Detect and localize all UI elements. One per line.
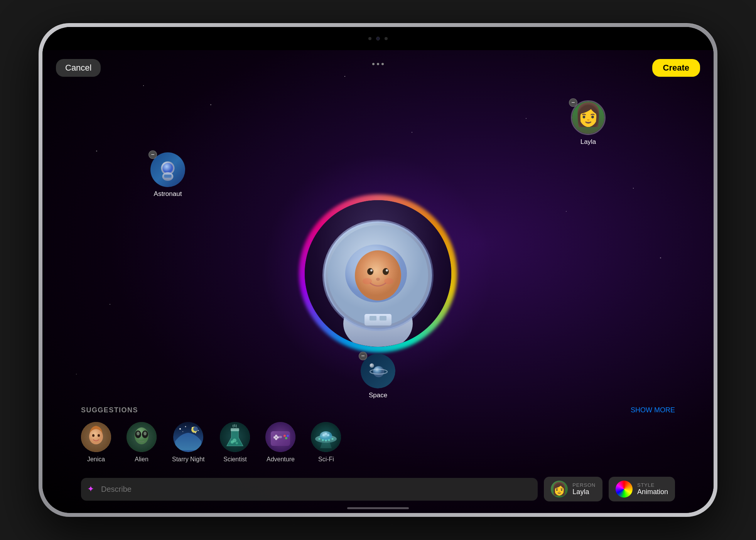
main-preview-circle — [305, 200, 451, 347]
space-icon-svg — [366, 359, 390, 383]
alien-icon — [127, 422, 157, 452]
camera-lens — [376, 37, 380, 40]
svg-point-53 — [284, 435, 286, 437]
svg-point-61 — [325, 433, 327, 435]
svg-point-9 — [376, 278, 380, 281]
camera-area — [368, 37, 388, 40]
astronaut-remove-button[interactable] — [148, 150, 157, 159]
tablet-device: Cancel Create Layla — [39, 23, 717, 517]
style-pill-icon — [616, 481, 633, 498]
svg-point-65 — [325, 440, 327, 442]
scientist-svg — [220, 422, 250, 452]
suggestion-alien[interactable]: Alien — [127, 422, 157, 463]
person-category-label: PERSON — [572, 482, 596, 488]
suggestions-list: Jenica — [81, 422, 675, 463]
svg-point-38 — [182, 431, 183, 432]
suggestions-bar: SUGGESTIONS SHOW MORE — [42, 406, 714, 463]
svg-rect-56 — [279, 436, 282, 438]
jenica-icon — [81, 422, 111, 452]
suggestions-title: SUGGESTIONS — [81, 406, 138, 414]
camera-dot — [368, 37, 371, 40]
svg-point-17 — [162, 163, 173, 173]
person-pill-text: PERSON Layla — [572, 482, 596, 496]
svg-point-22 — [370, 363, 374, 368]
svg-point-24 — [89, 429, 103, 444]
suggestion-scientist[interactable]: Scientist — [220, 422, 250, 463]
person-value-label: Layla — [572, 488, 596, 496]
svg-point-6 — [383, 268, 389, 275]
circle-inner — [305, 200, 451, 347]
svg-point-66 — [328, 439, 330, 441]
app-screen: Cancel Create Layla — [42, 48, 714, 513]
svg-point-60 — [322, 434, 325, 436]
jenica-svg — [81, 422, 111, 452]
svg-rect-19 — [164, 175, 171, 178]
layla-bubble[interactable]: Layla — [571, 100, 606, 146]
layla-label: Layla — [580, 138, 596, 146]
scientist-label: Scientist — [223, 456, 246, 463]
svg-point-52 — [277, 436, 279, 439]
svg-point-26 — [98, 434, 100, 437]
style-value-label: Animation — [637, 488, 668, 496]
svg-point-20 — [373, 366, 384, 377]
layla-remove-button[interactable] — [569, 98, 577, 107]
starry-night-icon — [173, 422, 203, 452]
ai-icon: ✦ — [87, 484, 94, 494]
svg-point-11 — [384, 278, 393, 284]
cancel-button[interactable]: Cancel — [56, 59, 101, 77]
svg-point-62 — [327, 434, 329, 436]
suggestion-sci-fi[interactable]: Sci-Fi — [311, 422, 341, 463]
adventure-icon — [265, 422, 295, 452]
sci-fi-svg — [311, 422, 341, 452]
svg-rect-15 — [380, 316, 386, 321]
describe-wrapper: ✦ — [81, 478, 538, 501]
jenica-label: Jenica — [87, 456, 105, 463]
svg-point-8 — [386, 269, 388, 272]
style-pill-text: STYLE Animation — [637, 482, 668, 496]
bottom-bar: ✦ PERSON Layla STYLE Animation — [42, 477, 714, 501]
astronaut-style-bubble[interactable]: Astronaut — [150, 152, 185, 198]
space-scene-label: Space — [369, 392, 387, 399]
describe-input[interactable] — [81, 478, 538, 501]
svg-point-59 — [320, 431, 332, 440]
dot-3 — [381, 63, 384, 65]
space-remove-button[interactable] — [359, 352, 367, 360]
suggestion-starry-night[interactable]: Starry Night — [172, 422, 204, 463]
svg-point-4 — [355, 250, 401, 300]
scientist-icon — [220, 422, 250, 452]
svg-point-25 — [92, 434, 94, 437]
svg-point-7 — [370, 269, 373, 272]
svg-point-63 — [319, 438, 321, 440]
more-options-menu[interactable] — [372, 63, 384, 65]
tablet-screen: Cancel Create Layla — [42, 27, 714, 513]
space-scene-bubble[interactable]: Space — [361, 354, 395, 399]
adventure-svg — [265, 422, 295, 452]
style-category-label: STYLE — [637, 482, 668, 488]
starry-night-label: Starry Night — [172, 456, 204, 463]
suggestion-adventure[interactable]: Adventure — [265, 422, 295, 463]
style-selector[interactable]: STYLE Animation — [609, 477, 675, 501]
svg-point-35 — [185, 426, 186, 427]
dot-1 — [372, 63, 375, 65]
svg-point-45 — [236, 442, 238, 444]
dot-2 — [377, 63, 379, 65]
svg-point-5 — [367, 268, 373, 275]
svg-point-32 — [143, 432, 147, 435]
svg-point-37 — [198, 430, 199, 431]
svg-point-51 — [273, 436, 276, 439]
suggestions-header: SUGGESTIONS SHOW MORE — [81, 406, 675, 414]
svg-point-64 — [322, 439, 324, 441]
svg-rect-43 — [231, 428, 239, 431]
person-selector[interactable]: PERSON Layla — [544, 477, 602, 501]
camera-dot-2 — [385, 37, 388, 40]
layla-face — [572, 101, 604, 134]
svg-rect-13 — [364, 314, 392, 326]
astronaut-icon-svg — [155, 157, 180, 182]
suggestion-jenica[interactable]: Jenica — [81, 422, 111, 463]
svg-point-34 — [179, 428, 181, 430]
svg-point-41 — [193, 427, 198, 431]
create-button[interactable]: Create — [652, 59, 700, 77]
show-more-button[interactable]: SHOW MORE — [631, 406, 675, 414]
alien-label: Alien — [135, 456, 148, 463]
sci-fi-icon — [311, 422, 341, 452]
